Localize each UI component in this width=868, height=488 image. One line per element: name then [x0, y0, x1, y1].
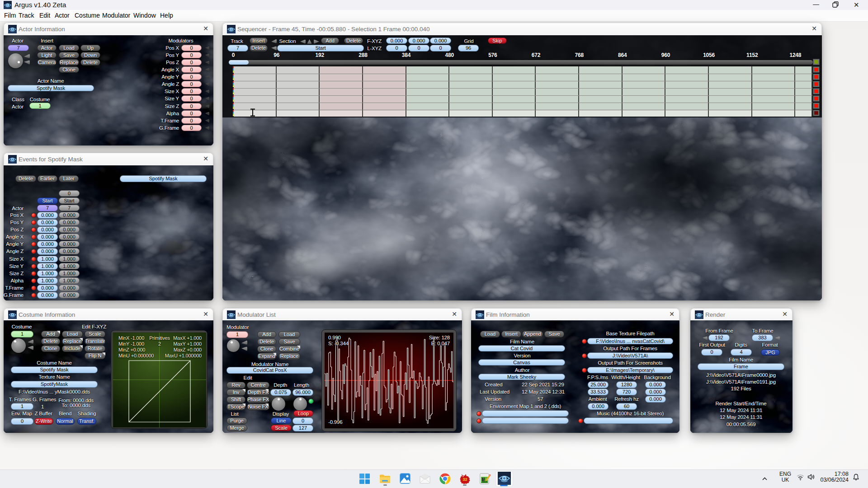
svg-text:32: 32	[462, 477, 467, 482]
